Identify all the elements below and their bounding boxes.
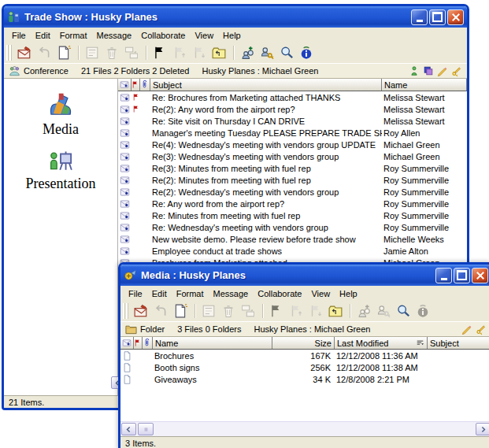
scrollbar-thumb[interactable] bbox=[138, 423, 154, 435]
sidebar-item-media[interactable]: Media bbox=[43, 91, 79, 138]
message-row[interactable]: Employee conduct at trade shows Jamie Al… bbox=[118, 245, 467, 257]
toolbar bbox=[120, 301, 489, 321]
menu-item[interactable]: Format bbox=[55, 30, 92, 41]
message-row[interactable]: Re: Minutes from meeting with fuel rep R… bbox=[118, 209, 467, 221]
message-icon bbox=[118, 128, 132, 138]
scroll-right-button[interactable] bbox=[476, 423, 489, 435]
maximize-button[interactable] bbox=[429, 9, 446, 25]
menu-item[interactable]: Collaborate bbox=[136, 30, 190, 41]
message-row[interactable]: Re(4): Wednesday's meeting with vendors … bbox=[118, 139, 467, 150]
scroll-left-button[interactable] bbox=[121, 423, 136, 435]
column-subject[interactable]: Subject bbox=[150, 79, 382, 91]
column-message-type[interactable] bbox=[120, 337, 134, 349]
message-row[interactable]: Re: Any word from the airport rep? Roy S… bbox=[118, 198, 467, 209]
toolbar-button[interactable] bbox=[354, 302, 373, 320]
menu-item[interactable]: Collaborate bbox=[253, 288, 306, 299]
message-row[interactable]: New website demo. Please review before t… bbox=[118, 233, 467, 245]
menu-item[interactable]: Message bbox=[92, 30, 137, 41]
sidebar-item-presentation[interactable]: Presentation bbox=[26, 150, 96, 192]
file-row[interactable]: Brochures 167K 12/12/2008 11:36 AM bbox=[120, 350, 489, 361]
toolbar-button[interactable] bbox=[150, 44, 169, 61]
toolbar-button[interactable] bbox=[131, 302, 150, 320]
menu-item[interactable]: Format bbox=[172, 288, 209, 299]
toolbar-button[interactable] bbox=[296, 44, 316, 61]
menu-item[interactable]: Help bbox=[335, 288, 362, 299]
toolbar-button[interactable] bbox=[413, 302, 432, 320]
message-row[interactable]: Re: Brochures from Marketing attached TH… bbox=[118, 91, 467, 103]
maximize-button[interactable] bbox=[454, 268, 470, 283]
column-flag[interactable] bbox=[134, 337, 143, 349]
toolbar-button[interactable] bbox=[102, 44, 121, 61]
menu-item[interactable]: View bbox=[306, 288, 335, 299]
toolbar-button[interactable] bbox=[54, 44, 73, 61]
message-row[interactable]: Manager's meeting Tuesday PLEASE PREPARE… bbox=[118, 127, 467, 139]
online-user-icon[interactable] bbox=[409, 65, 420, 76]
minimize-icon bbox=[417, 20, 423, 22]
menu-item[interactable]: View bbox=[190, 30, 218, 41]
message-row[interactable]: Re(2): Minutes from meeting with fuel re… bbox=[118, 174, 467, 186]
views-icon[interactable] bbox=[423, 65, 434, 76]
message-row[interactable]: Re: Site visit on Thursday I CAN DRIVE M… bbox=[118, 115, 467, 127]
close-button[interactable] bbox=[447, 9, 464, 25]
column-last-modified[interactable]: Last Modified bbox=[335, 337, 428, 349]
toolbar-button[interactable] bbox=[266, 302, 286, 320]
toolbar-button[interactable] bbox=[170, 302, 190, 320]
toolbar-button[interactable] bbox=[198, 302, 218, 320]
toolbar-button[interactable] bbox=[218, 302, 238, 320]
toolbar-button[interactable] bbox=[121, 44, 141, 61]
toolbar-button[interactable] bbox=[238, 302, 257, 320]
toolbar-button[interactable] bbox=[34, 44, 54, 61]
titlebar-trade-show[interactable]: Trade Show : Husky Planes bbox=[4, 6, 467, 28]
column-name[interactable]: Name bbox=[153, 337, 272, 349]
toolbar-button[interactable] bbox=[373, 302, 393, 320]
toolbar-button[interactable] bbox=[237, 44, 257, 61]
close-button[interactable] bbox=[472, 268, 488, 283]
unapprove-icon bbox=[192, 46, 206, 60]
minimize-button[interactable] bbox=[435, 268, 452, 283]
menu-item[interactable]: File bbox=[124, 288, 147, 299]
file-size: 167K bbox=[272, 351, 335, 361]
toolbar-button[interactable] bbox=[189, 44, 209, 61]
column-flag[interactable] bbox=[132, 79, 140, 91]
titlebar-media[interactable]: Media : Husky Planes bbox=[120, 265, 489, 286]
column-attachment[interactable] bbox=[143, 337, 153, 349]
menu-item[interactable]: Edit bbox=[147, 288, 172, 299]
message-row[interactable]: Re(2): Any word from the airport rep? Me… bbox=[118, 103, 467, 115]
toolbar-button[interactable] bbox=[169, 44, 189, 61]
menu-item[interactable]: File bbox=[7, 30, 31, 41]
message-subject: Re(2): Minutes from meeting with fuel re… bbox=[150, 176, 382, 185]
toolbar-button[interactable] bbox=[14, 44, 34, 61]
column-attachment[interactable] bbox=[140, 79, 150, 91]
toolbar-button[interactable] bbox=[209, 44, 228, 61]
message-row[interactable]: Re(3): Minutes from meeting with fuel re… bbox=[118, 162, 467, 174]
column-size[interactable]: Size bbox=[272, 337, 335, 349]
toolbar-grip[interactable] bbox=[123, 303, 128, 319]
column-message-type[interactable] bbox=[118, 79, 132, 91]
toolbar-grip[interactable] bbox=[6, 45, 12, 61]
horizontal-scrollbar[interactable] bbox=[120, 421, 489, 436]
column-name[interactable]: Name bbox=[382, 79, 467, 91]
column-subject[interactable]: Subject bbox=[428, 337, 489, 349]
toolbar-button[interactable] bbox=[257, 44, 276, 61]
toolbar-button[interactable] bbox=[393, 302, 413, 320]
message-row[interactable]: Re: Wednesday's meeting with vendors gro… bbox=[118, 221, 467, 233]
toolbar-button[interactable] bbox=[325, 302, 345, 320]
minimize-button[interactable] bbox=[411, 9, 428, 25]
menu-item[interactable]: Message bbox=[209, 288, 254, 299]
document-icon bbox=[120, 375, 134, 384]
toolbar-button[interactable] bbox=[306, 302, 325, 320]
message-row[interactable]: Re(2): Wednesday's meeting with vendors … bbox=[118, 186, 467, 198]
minimize-icon bbox=[441, 278, 447, 280]
toolbar-button[interactable] bbox=[150, 302, 170, 320]
file-row[interactable]: Giveaways 34 K 12/8/2008 2:21 PM bbox=[120, 373, 489, 385]
message-subject: Re(2): Wednesday's meeting with vendors … bbox=[150, 187, 382, 197]
file-row[interactable]: Booth signs 256K 12/12/2008 11:38 AM bbox=[120, 361, 489, 373]
toolbar-button[interactable] bbox=[82, 44, 102, 61]
menu-item[interactable]: Help bbox=[218, 30, 246, 41]
message-row[interactable]: Re(3): Wednesday's meeting with vendors … bbox=[118, 150, 467, 162]
toolbar-button[interactable] bbox=[276, 44, 296, 61]
message-sender: Roy Summerville bbox=[382, 223, 467, 232]
search-icon bbox=[280, 46, 294, 60]
menu-item[interactable]: Edit bbox=[31, 30, 55, 41]
toolbar-button[interactable] bbox=[286, 302, 306, 320]
